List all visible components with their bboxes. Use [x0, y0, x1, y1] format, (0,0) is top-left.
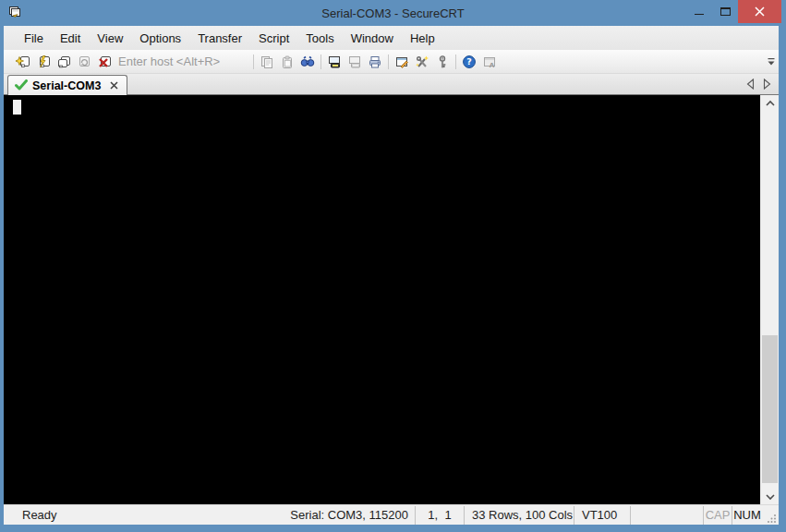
session-options-button[interactable] — [392, 53, 412, 71]
toolbar-overflow-icon[interactable] — [767, 56, 776, 67]
key-agent-button[interactable] — [432, 53, 453, 71]
terminal-row — [4, 95, 779, 504]
menu-view[interactable]: View — [89, 28, 131, 49]
tab-serial-com3[interactable]: Serial-COM3 — [7, 75, 127, 95]
status-caps-lock: CAP — [704, 508, 732, 522]
tab-bar: Serial-COM3 — [4, 74, 779, 95]
paste-button[interactable] — [277, 53, 297, 71]
menu-file[interactable]: File — [16, 28, 52, 49]
host-input[interactable] — [118, 54, 248, 70]
global-options-button[interactable] — [412, 53, 432, 71]
paste-icon — [280, 54, 295, 69]
status-bar: Ready Serial: COM3, 115200 1, 1 33 Rows,… — [4, 504, 779, 525]
securecrt-window: Serial-COM3 - SecureCRT File Edit View O… — [0, 0, 786, 532]
tab-close-button[interactable] — [109, 80, 119, 91]
reconnect-icon — [77, 54, 91, 69]
status-divider — [630, 506, 631, 525]
svg-text:?: ? — [466, 56, 472, 66]
scroll-tabs-left-icon[interactable] — [746, 79, 755, 90]
menu-transfer[interactable]: Transfer — [189, 28, 250, 49]
terminal-cursor — [13, 100, 21, 115]
chevron-down-icon — [765, 492, 776, 502]
toolbar-separator — [320, 54, 321, 69]
status-ready: Ready — [4, 508, 248, 522]
help-icon: ? — [462, 54, 477, 69]
find-icon — [300, 54, 315, 69]
menu-tools[interactable]: Tools — [297, 28, 342, 49]
close-icon — [755, 6, 765, 17]
status-cursor-position: 1, 1 — [416, 508, 464, 522]
menu-edit[interactable]: Edit — [52, 28, 89, 49]
minimize-icon — [695, 14, 704, 15]
tab-label: Serial-COM3 — [32, 79, 101, 92]
window-content: File Edit View Options Transfer Script T… — [4, 26, 779, 525]
global-options-icon — [415, 54, 429, 69]
window-controls — [686, 0, 781, 23]
minimize-button[interactable] — [686, 0, 712, 23]
resize-grip[interactable] — [762, 505, 779, 525]
connect-button[interactable] — [13, 53, 33, 71]
status-connection: Serial: COM3, 115200 — [248, 508, 415, 522]
menu-bar: File Edit View Options Transfer Script T… — [4, 26, 779, 50]
connect-in-tab-icon — [56, 54, 71, 69]
toolbar-separator — [388, 54, 389, 69]
close-button[interactable] — [738, 0, 781, 23]
quick-connect-icon — [36, 54, 51, 69]
vertical-scrollbar[interactable] — [760, 95, 779, 504]
disconnect-icon — [97, 54, 112, 69]
key-agent-icon — [435, 54, 450, 69]
print-selection-button[interactable] — [345, 53, 365, 71]
resize-grip-icon — [768, 514, 777, 523]
vshell-button[interactable]: A — [479, 53, 500, 71]
app-icon[interactable] — [7, 6, 22, 20]
quick-connect-button[interactable] — [33, 53, 54, 71]
session-options-icon — [394, 54, 409, 69]
title-bar[interactable]: Serial-COM3 - SecureCRT — [0, 0, 786, 26]
scrollbar-down-button[interactable] — [761, 489, 779, 504]
tab-scroll-controls — [746, 79, 771, 90]
print-screen-icon — [327, 54, 342, 69]
status-grid-size: 33 Rows, 100 Cols — [465, 508, 574, 522]
reconnect-button[interactable] — [74, 53, 94, 71]
menu-options[interactable]: Options — [131, 28, 189, 49]
toolbar-separator — [253, 54, 254, 69]
print-icon — [368, 54, 382, 69]
scrollbar-thumb[interactable] — [762, 335, 778, 483]
toolbar: ? A — [4, 50, 779, 74]
window-title: Serial-COM3 - SecureCRT — [0, 6, 786, 20]
menu-script[interactable]: Script — [250, 28, 297, 49]
status-num-lock: NUM — [732, 508, 762, 522]
menu-help[interactable]: Help — [402, 28, 443, 49]
vshell-icon: A — [482, 54, 497, 69]
scroll-tabs-right-icon[interactable] — [763, 79, 771, 90]
connect-in-tab-button[interactable] — [54, 53, 74, 71]
print-selection-icon — [347, 54, 362, 69]
copy-button[interactable] — [257, 53, 277, 71]
help-button[interactable]: ? — [459, 53, 479, 71]
print-button[interactable] — [365, 53, 385, 71]
find-button[interactable] — [297, 53, 318, 71]
scrollbar-up-button[interactable] — [761, 95, 779, 111]
svg-text:A: A — [490, 61, 495, 68]
menu-window[interactable]: Window — [343, 28, 402, 49]
copy-icon — [260, 54, 274, 69]
status-emulation: VT100 — [574, 508, 630, 522]
connected-check-icon — [15, 79, 28, 91]
chevron-up-icon — [765, 99, 776, 108]
print-screen-button[interactable] — [324, 53, 345, 71]
disconnect-button[interactable] — [94, 53, 115, 71]
maximize-icon — [720, 7, 731, 16]
connect-icon — [16, 54, 30, 69]
maximize-button[interactable] — [712, 0, 738, 23]
terminal-screen[interactable] — [4, 95, 760, 504]
close-tab-icon — [110, 81, 118, 90]
toolbar-separator — [455, 54, 456, 69]
